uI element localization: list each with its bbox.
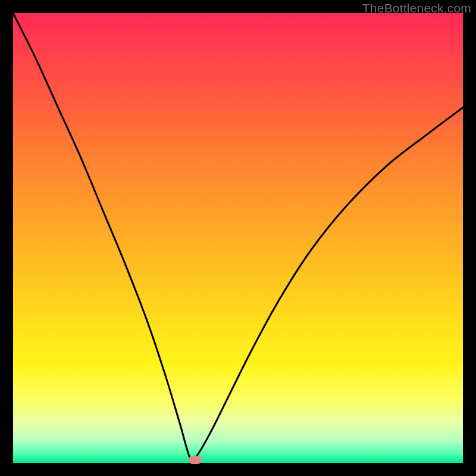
bottleneck-curve bbox=[13, 13, 463, 463]
min-marker bbox=[189, 456, 202, 464]
chart-frame: TheBottleneck.com bbox=[0, 0, 476, 476]
watermark-text: TheBottleneck.com bbox=[362, 1, 471, 15]
plot-area bbox=[13, 13, 463, 463]
